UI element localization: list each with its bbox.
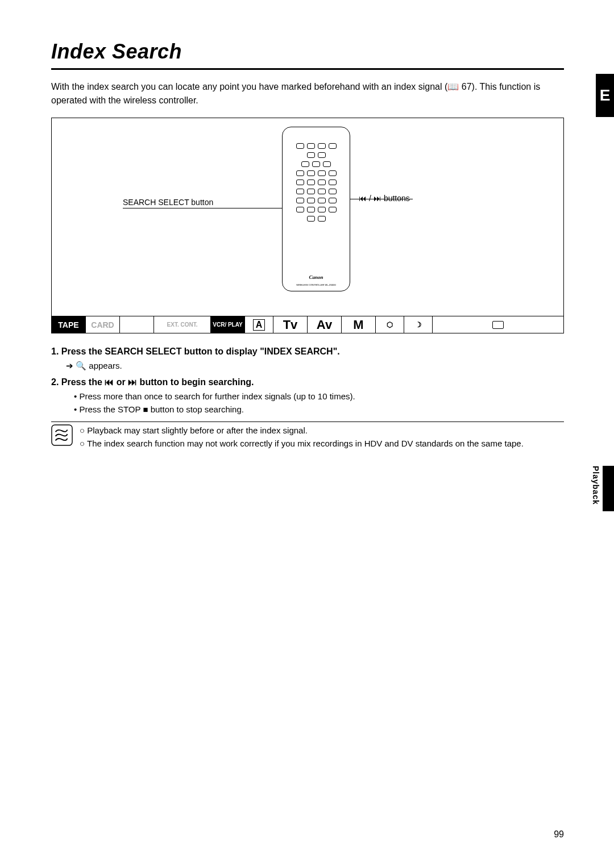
prev-track-icon: ⏮ [105,377,114,387]
next-track-icon: ⏭ [128,377,137,387]
remote-outline: Canon WIRELESS CONTROLLER WL-D5000 [282,127,350,291]
side-label: Playback [591,466,600,505]
mode-tv: Tv [273,316,308,333]
search-select-label: SEARCH SELECT button [123,198,213,207]
intro-text: With the index search you can locate any… [51,80,564,107]
side-tab [603,466,614,511]
mode-ext: EXT. CONT. [154,316,211,333]
mode-card: CARD [86,316,120,333]
step-1: 1. Press the SEARCH SELECT button to dis… [51,345,564,359]
step-2: 2. Press the ⏮ or ⏭ button to begin sear… [51,375,564,390]
note-2: ○ The index search function may not work… [80,437,524,450]
remote-model: WIRELESS CONTROLLER WL-D5000 [296,283,335,286]
remote-buttons: Canon WIRELESS CONTROLLER WL-D5000 [287,132,345,286]
page-title: Index Search [51,40,564,64]
mode-tape: TAPE [52,316,86,333]
notes-separator [51,422,564,422]
notes: ○ Playback may start slightly before or … [51,424,564,450]
leader-line-left [123,208,282,208]
notes-icon [51,424,73,446]
note-1: ○ Playback may start slightly before or … [80,424,524,437]
step-2-bullet-2: • Press the STOP ■ button to stop search… [51,403,564,416]
mode-spotlight-icon: ⬡ [376,316,404,333]
language-tab-e: E [596,74,614,117]
mode-row: TAPE CARD EXT. CONT. VCR/ PLAY A Tv Av M… [52,316,563,333]
mode-night-icon: ☽ [404,316,433,333]
mode-av: Av [308,316,342,333]
mode-rect-icon [433,316,563,333]
skip-buttons-label: ⏮ / ⏭ buttons [359,194,410,203]
mode-m: M [342,316,376,333]
prev-track-icon: ⏮ [359,194,367,203]
title-rule [51,68,564,70]
step-2-bullet-1: • Press more than once to search for fur… [51,390,564,403]
remote-brand: Canon [309,274,323,280]
skip-buttons-text: buttons [384,194,410,203]
remote-figure: SEARCH SELECT button ⏮ / ⏭ buttons Canon… [51,118,564,333]
mode-a: A [245,316,273,333]
page-number: 99 [554,829,564,840]
steps: 1. Press the SEARCH SELECT button to dis… [51,345,564,416]
step-1-sub: ➔ 🔍 appears. [51,359,564,372]
slash-separator: / [369,194,371,203]
mode-vcr: VCR/ PLAY [211,316,245,333]
next-track-icon: ⏭ [374,194,381,203]
